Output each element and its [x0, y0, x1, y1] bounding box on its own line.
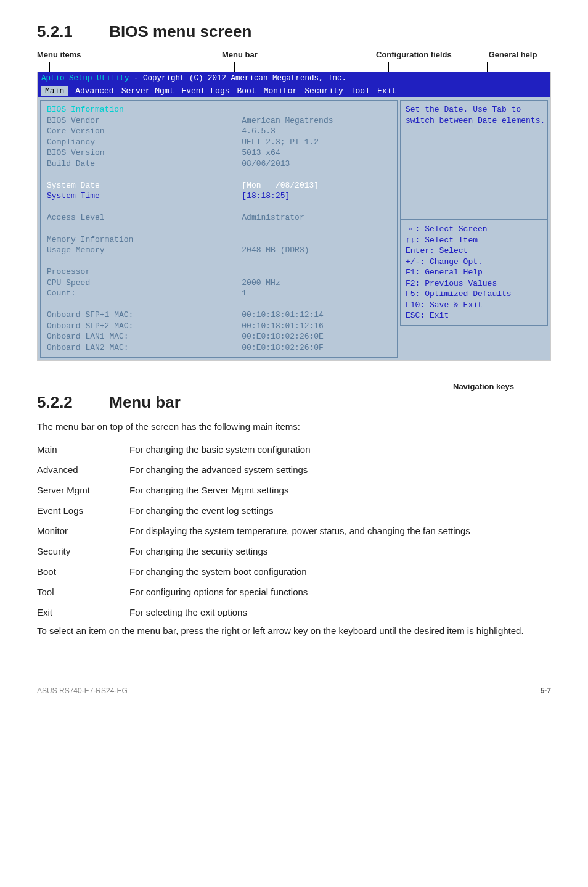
def-term: Event Logs: [37, 500, 129, 521]
section-heading-1: 5.2.1 BIOS menu screen: [37, 22, 551, 41]
bios-field-value: [242, 299, 393, 310]
def-desc: For selecting the exit options: [129, 602, 551, 622]
bios-field-label: [47, 202, 232, 213]
def-desc: For displaying the system temperature, p…: [129, 521, 551, 541]
section-number-2: 5.2.2: [37, 393, 105, 412]
bios-tab-boot[interactable]: Boot: [237, 86, 256, 96]
bios-tab-security[interactable]: Security: [304, 86, 343, 96]
table-row: ExitFor selecting the exit options: [37, 602, 551, 622]
bios-help-line: Set the Date. Use Tab to: [406, 104, 542, 115]
bios-help-top: Set the Date. Use Tab toswitch between D…: [400, 100, 548, 220]
bios-field-value: 00:E0:18:02:26:0E: [242, 331, 393, 342]
bios-menubar[interactable]: MainAdvancedServer MgmtEvent LogsBootMon…: [38, 85, 550, 97]
table-row: Server MgmtFor changing the Server Mgmt …: [37, 480, 551, 500]
table-row: MainFor changing the basic system config…: [37, 439, 551, 460]
def-term: Boot: [37, 561, 129, 582]
bios-field-label: [47, 169, 232, 180]
bios-tab-tool[interactable]: Tool: [351, 86, 370, 96]
table-row: AdvancedFor changing the advanced system…: [37, 460, 551, 480]
callout-nav-keys: Navigation keys: [453, 382, 514, 391]
bios-field-value: American Megatrends: [242, 115, 393, 126]
bios-field-label: Compliancy: [47, 137, 232, 148]
bios-field-value: UEFI 2.3; PI 1.2: [242, 137, 393, 148]
bios-field-value: [242, 234, 393, 245]
def-term: Server Mgmt: [37, 480, 129, 500]
bios-tab-event-logs[interactable]: Event Logs: [181, 86, 229, 96]
bios-field-label: BIOS Information: [47, 104, 232, 115]
bios-field-value: 1: [242, 288, 393, 299]
section-number-1: 5.2.1: [37, 22, 105, 41]
bios-field-value: 2048 MB (DDR3): [242, 245, 393, 256]
bios-navkey-line: →←: Select Screen: [406, 224, 542, 235]
bios-field-value: [242, 256, 393, 267]
bios-field-label: [47, 299, 232, 310]
bios-screen: Aptio Setup Utility - Copyright (C) 2012…: [37, 72, 551, 361]
bios-field-label: Count:: [47, 288, 232, 299]
bios-tab-advanced[interactable]: Advanced: [75, 86, 113, 96]
bios-field-label: Processor: [47, 266, 232, 278]
def-term: Exit: [37, 602, 129, 622]
def-term: Tool: [37, 582, 129, 602]
table-row: ToolFor configuring options for special …: [37, 582, 551, 602]
bios-title-rest: - Copyright (C) 2012 American Megatrends…: [129, 74, 347, 83]
bios-field-label: CPU Speed: [47, 278, 232, 289]
bios-navkey-line: F1: General Help: [406, 267, 542, 278]
bios-field-label: Access Level: [47, 212, 232, 223]
bios-navkey-line: F2: Previous Values: [406, 278, 542, 289]
bios-tab-exit[interactable]: Exit: [377, 86, 396, 96]
def-desc: For configuring options for special func…: [129, 582, 551, 602]
bios-field-label: Onboard SFP+1 MAC:: [47, 310, 232, 321]
def-term: Security: [37, 541, 129, 561]
bios-tab-server-mgmt[interactable]: Server Mgmt: [121, 86, 174, 96]
bios-tab-monitor[interactable]: Monitor: [264, 86, 298, 96]
def-desc: For changing the security settings: [129, 541, 551, 561]
nav-keys-callout: Navigation keys: [37, 362, 551, 393]
outro-text: To select an item on the menu bar, press…: [37, 625, 551, 637]
bios-callout-labels: Menu items Menu bar Configuration fields…: [37, 50, 551, 62]
bios-field-label: Onboard SFP+2 MAC:: [47, 321, 232, 332]
table-row: SecurityFor changing the security settin…: [37, 541, 551, 561]
table-row: Event LogsFor changing the event log set…: [37, 500, 551, 521]
section-title-1: BIOS menu screen: [109, 22, 251, 41]
bios-tab-main[interactable]: Main: [41, 86, 68, 96]
def-term: Advanced: [37, 460, 129, 480]
bios-navkey-line: ↑↓: Select Item: [406, 235, 542, 246]
menubar-intro: The menu bar on top of the screen has th…: [37, 421, 551, 433]
def-desc: For changing the Server Mgmt settings: [129, 480, 551, 500]
def-desc: For changing the system boot configurati…: [129, 561, 551, 582]
bios-field-label: BIOS Version: [47, 147, 232, 159]
section-heading-2: 5.2.2 Menu bar: [37, 393, 551, 412]
bios-field-value: [242, 169, 393, 180]
bios-help-bottom: →←: Select Screen↑↓: Select ItemEnter: S…: [400, 220, 548, 326]
bios-field-label: Onboard LAN2 MAC:: [47, 342, 232, 353]
callout-menu-items: Menu items: [37, 50, 111, 62]
callout-menu-bar: Menu bar: [222, 50, 376, 62]
page-footer: ASUS RS740-E7-RS24-EG 5-7: [37, 687, 551, 695]
bios-field-label: System Time: [47, 191, 232, 202]
bios-title-bar: Aptio Setup Utility - Copyright (C) 2012…: [38, 72, 550, 85]
callout-config-fields: Configuration fields: [376, 50, 475, 62]
def-term: Monitor: [37, 521, 129, 541]
bios-field-value: 2000 MHz: [242, 278, 393, 289]
footer-right: 5-7: [541, 687, 551, 695]
bios-field-label: Build Date: [47, 159, 232, 170]
bios-field-label: System Date: [47, 180, 232, 191]
bios-field-label: [47, 223, 232, 234]
bios-field-value: [242, 223, 393, 234]
bios-navkey-line: +/-: Change Opt.: [406, 257, 542, 268]
bios-field-value: 00:10:18:01:12:16: [242, 321, 393, 332]
bios-field-value: 00:E0:18:02:26:0F: [242, 342, 393, 353]
bios-field-label: Memory Information: [47, 234, 232, 245]
bios-navkey-line: ESC: Exit: [406, 310, 542, 321]
bios-navkey-line: Enter: Select: [406, 245, 542, 257]
bios-field-value[interactable]: [18:18:25]: [242, 191, 393, 202]
bios-field-value: 5013 x64: [242, 147, 393, 159]
bios-field-label: Usage Memory: [47, 245, 232, 256]
bios-field-value: [242, 266, 393, 278]
table-row: MonitorFor displaying the system tempera…: [37, 521, 551, 541]
def-desc: For changing the advanced system setting…: [129, 460, 551, 480]
bios-title-prefix: Aptio Setup Utility: [41, 74, 129, 83]
bios-field-value: 00:10:18:01:12:14: [242, 310, 393, 321]
bios-field-value[interactable]: [Mon /08/2013]: [242, 180, 393, 191]
section-title-2: Menu bar: [109, 393, 181, 411]
